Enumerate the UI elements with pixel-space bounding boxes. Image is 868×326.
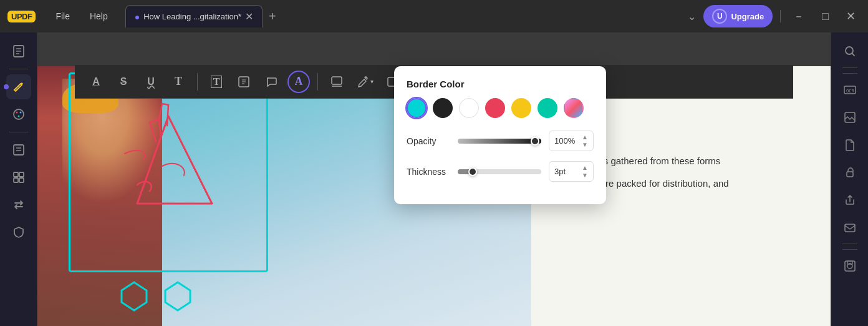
file-menu[interactable]: File <box>48 9 77 24</box>
sidebar-item-convert[interactable] <box>6 192 31 217</box>
draw-tool-button[interactable]: ▾ <box>353 73 377 91</box>
comment-tool-button[interactable] <box>260 71 282 93</box>
stamp-tool-button[interactable] <box>326 71 348 93</box>
opacity-value-box[interactable]: 100% ▲▼ <box>549 131 594 151</box>
svg-point-4 <box>14 109 24 119</box>
thickness-slider[interactable] <box>458 169 541 174</box>
new-tab-button[interactable]: + <box>263 7 282 26</box>
textedit-tool-button[interactable] <box>233 71 255 93</box>
right-divider-1 <box>842 67 857 68</box>
swatch-green[interactable] <box>538 98 557 118</box>
title-bar: UPDF File Help ● How Leading ...gitaliza… <box>0 0 868 32</box>
swatch-teal[interactable] <box>407 98 427 118</box>
svg-text:OCR: OCR <box>846 89 854 94</box>
svg-rect-26 <box>845 261 855 271</box>
opacity-thumb[interactable] <box>531 137 539 146</box>
upgrade-button[interactable]: U Upgrade <box>703 5 773 27</box>
svg-rect-13 <box>14 178 18 182</box>
sidebar-item-protect[interactable] <box>6 220 31 245</box>
app-logo: UPDF <box>7 11 36 22</box>
opacity-value: 100% <box>554 136 575 146</box>
share-icon[interactable] <box>837 187 862 212</box>
lock-icon[interactable] <box>837 160 862 185</box>
opacity-row: Opacity 100% ▲▼ <box>407 131 594 151</box>
disk-icon[interactable] <box>837 254 862 279</box>
sidebar-item-annotate[interactable] <box>6 74 31 99</box>
sidebar-item-pages[interactable] <box>6 39 31 64</box>
svg-rect-11 <box>14 172 18 177</box>
highlight-tool-button[interactable]: A <box>85 71 107 93</box>
right-divider-3 <box>842 244 857 244</box>
thickness-value-box[interactable]: 3pt ▲▼ <box>549 161 594 182</box>
tab-dot-icon: ● <box>135 12 140 22</box>
thickness-label: Thickness <box>407 167 450 177</box>
sidebar-divider-1 <box>9 69 28 69</box>
pink-scribble-svg <box>87 91 249 229</box>
opacity-slider[interactable] <box>458 139 541 144</box>
svg-rect-12 <box>19 172 24 177</box>
color-swatches <box>407 98 594 118</box>
email-icon[interactable] <box>837 215 862 240</box>
swatch-white[interactable] <box>459 98 479 118</box>
svg-rect-24 <box>847 172 853 177</box>
color-tool-button[interactable]: A <box>287 71 310 93</box>
svg-line-20 <box>852 54 854 56</box>
tab-bar: ● How Leading ...gitalization* ✕ + <box>125 5 683 27</box>
title-bar-right: ⌄ U Upgrade － □ ✕ <box>688 5 861 27</box>
image-extract-icon[interactable] <box>837 105 862 130</box>
file-icon[interactable] <box>837 132 862 157</box>
color-popup-panel: Border Color Opacity 100% ▲▼ Thickness 3… <box>394 66 606 204</box>
sidebar-item-edit[interactable] <box>6 137 31 162</box>
ocr-icon[interactable]: OCR <box>837 77 862 102</box>
thickness-thumb[interactable] <box>468 167 477 176</box>
thickness-value: 3pt <box>554 167 566 176</box>
toolbar-divider-2 <box>317 73 318 91</box>
thickness-row: Thickness 3pt ▲▼ <box>407 161 594 182</box>
svg-point-7 <box>17 116 19 117</box>
textbox-tool-button[interactable]: T <box>205 71 228 93</box>
right-divider-4 <box>842 249 857 250</box>
minimize-button[interactable]: － <box>788 9 809 24</box>
border-color-label: Border Color <box>407 79 594 89</box>
cyan-shapes-row <box>118 279 193 314</box>
svg-point-5 <box>16 112 17 114</box>
dropdown-arrow-icon[interactable]: ⌄ <box>688 11 696 22</box>
thickness-arrows[interactable]: ▲▼ <box>582 164 588 179</box>
sidebar-item-colorpalette[interactable] <box>6 102 31 127</box>
svg-rect-25 <box>845 224 855 232</box>
tab-close-button[interactable]: ✕ <box>245 11 253 22</box>
active-indicator <box>4 84 9 89</box>
right-divider-2 <box>842 73 857 74</box>
sidebar-divider-2 <box>9 132 28 132</box>
divider <box>780 10 781 22</box>
svg-rect-8 <box>14 145 24 155</box>
opacity-label: Opacity <box>407 136 450 146</box>
user-avatar: U <box>712 9 727 24</box>
help-menu[interactable]: Help <box>82 9 115 24</box>
swatch-gradient[interactable] <box>564 98 584 118</box>
active-tab[interactable]: ● How Leading ...gitalization* ✕ <box>125 5 263 27</box>
sidebar-item-organize[interactable] <box>6 165 31 190</box>
maximize-button[interactable]: □ <box>817 10 834 23</box>
svg-point-6 <box>19 112 21 114</box>
swatch-red[interactable] <box>485 98 505 118</box>
svg-rect-14 <box>19 178 24 182</box>
text-tool-button[interactable]: T <box>167 71 190 93</box>
swatch-yellow[interactable] <box>511 98 531 118</box>
left-sidebar <box>0 32 37 326</box>
tab-title: How Leading ...gitalization* <box>143 12 241 21</box>
right-sidebar: OCR <box>831 32 868 326</box>
upgrade-label: Upgrade <box>731 12 764 21</box>
swatch-black[interactable] <box>433 98 453 118</box>
search-icon[interactable] <box>837 39 862 64</box>
strikethrough-tool-button[interactable]: S <box>112 71 135 93</box>
underline-tool-button[interactable]: U <box>140 71 162 93</box>
svg-rect-16 <box>332 77 342 84</box>
close-button[interactable]: ✕ <box>841 9 861 23</box>
opacity-arrows[interactable]: ▲▼ <box>582 134 588 148</box>
toolbar-divider-1 <box>197 73 198 91</box>
